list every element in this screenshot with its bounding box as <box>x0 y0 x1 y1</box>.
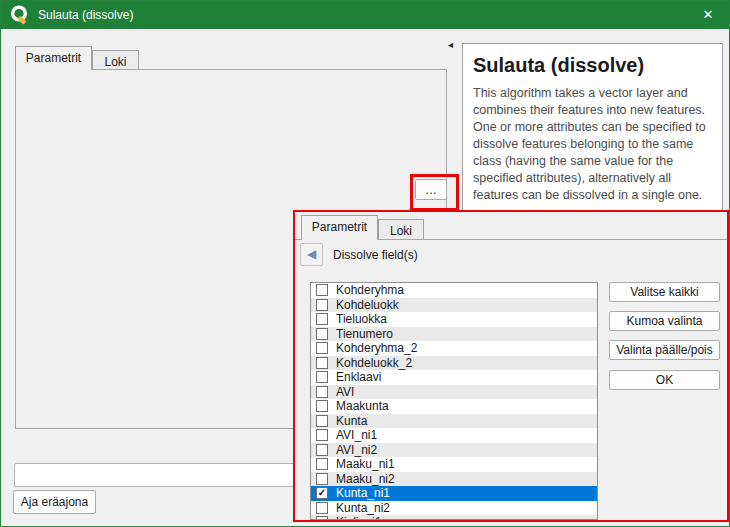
field-row[interactable]: Tieluokka <box>311 312 597 327</box>
panel-title: Dissolve field(s) <box>333 248 418 262</box>
field-row[interactable]: Kohderyhma <box>311 283 597 298</box>
field-row[interactable]: Kohdeluokk_2 <box>311 356 597 371</box>
row-checkbox[interactable] <box>316 328 328 340</box>
row-checkbox[interactable] <box>316 444 328 456</box>
field-row[interactable]: AVI_ni1 <box>311 428 597 443</box>
row-label: Kohdeluokk <box>336 298 399 312</box>
row-label: Enklaavi <box>336 370 381 384</box>
field-list[interactable]: Kohderyhma Kohdeluokk Tieluokka Tienumer… <box>310 282 598 520</box>
overlay-tab-loki[interactable]: Loki <box>378 219 424 239</box>
field-row[interactable]: Tienumero <box>311 327 597 342</box>
field-row[interactable]: Kunta <box>311 414 597 429</box>
row-checkbox[interactable]: ✓ <box>316 487 328 499</box>
row-label: Tienumero <box>336 327 393 341</box>
close-icon[interactable]: ✕ <box>695 5 721 25</box>
ok-button[interactable]: OK <box>609 370 720 390</box>
row-label: Maaku_ni2 <box>336 472 395 486</box>
dissolve-fields-options-button[interactable]: … <box>415 179 447 200</box>
row-checkbox[interactable] <box>316 473 328 485</box>
row-label: Maaku_ni1 <box>336 457 395 471</box>
run-batch-button[interactable]: Aja eräajona <box>13 490 96 514</box>
clear-selection-button[interactable]: Kumoa valinta <box>609 311 720 331</box>
row-checkbox[interactable] <box>316 400 328 412</box>
dialog-window: Sulauta (dissolve) ✕ Parametrit Loki Syö… <box>0 0 730 527</box>
row-checkbox[interactable] <box>316 299 328 311</box>
row-label: Kunta_ni2 <box>336 501 390 515</box>
row-label: Kunta_ni1 <box>336 486 390 500</box>
field-row[interactable]: Enklaavi <box>311 370 597 385</box>
tab-parametrit[interactable]: Parametrit <box>15 46 92 70</box>
row-checkbox[interactable] <box>316 429 328 441</box>
row-checkbox[interactable] <box>316 516 328 520</box>
toggle-selection-button[interactable]: Valinta päälle/pois <box>609 340 720 360</box>
row-checkbox[interactable] <box>316 386 328 398</box>
row-checkbox[interactable] <box>316 342 328 354</box>
collapse-arrow-icon[interactable]: ◂ <box>448 39 453 50</box>
field-row[interactable]: Kohdeluokk <box>311 298 597 313</box>
window-title: Sulauta (dissolve) <box>38 8 133 22</box>
row-label: Kohdeluokk_2 <box>336 356 412 370</box>
row-checkbox[interactable] <box>316 371 328 383</box>
row-checkbox[interactable] <box>316 313 328 325</box>
overlay-tab-parametrit[interactable]: Parametrit <box>301 215 378 240</box>
row-checkbox[interactable] <box>316 415 328 427</box>
row-label: AVI <box>336 385 354 399</box>
field-row[interactable]: Maakunta <box>311 399 597 414</box>
qgis-logo-icon <box>9 4 31 26</box>
row-label: Maakunta <box>336 399 389 413</box>
field-row[interactable]: Maaku_ni2 <box>311 472 597 487</box>
row-checkbox[interactable] <box>316 502 328 514</box>
help-title: Sulauta (dissolve) <box>473 54 712 77</box>
row-label: AVI_ni2 <box>336 443 377 457</box>
help-body: This algorithm takes a vector layer and … <box>473 85 711 204</box>
row-label: Tieluokka <box>336 312 387 326</box>
dissolve-fields-panel: Parametrit Loki ◀ Dissolve field(s) Kohd… <box>293 210 729 522</box>
row-label: Kieli_ni1 <box>336 515 381 520</box>
field-row[interactable]: ✓ Kunta_ni1 <box>311 486 597 501</box>
field-row[interactable]: Kieli_ni1 <box>311 515 597 520</box>
row-label: Kohderyhma_2 <box>336 341 417 355</box>
ellipsis-icon: … <box>425 183 437 197</box>
field-row[interactable]: AVI_ni2 <box>311 443 597 458</box>
back-icon: ◀ <box>307 247 316 261</box>
back-button[interactable]: ◀ <box>300 243 323 266</box>
row-label: Kohderyhma <box>336 283 404 297</box>
field-row[interactable]: Kunta_ni2 <box>311 501 597 516</box>
row-label: Kunta <box>336 414 367 428</box>
select-all-button[interactable]: Valitse kaikki <box>609 282 720 302</box>
tab-loki[interactable]: Loki <box>92 50 139 69</box>
row-checkbox[interactable] <box>316 284 328 296</box>
row-checkbox[interactable] <box>316 357 328 369</box>
row-label: AVI_ni1 <box>336 428 377 442</box>
field-row[interactable]: Maaku_ni1 <box>311 457 597 472</box>
field-row[interactable]: Kohderyhma_2 <box>311 341 597 356</box>
field-row[interactable]: AVI <box>311 385 597 400</box>
title-bar: Sulauta (dissolve) ✕ <box>1 1 729 29</box>
row-checkbox[interactable] <box>316 458 328 470</box>
